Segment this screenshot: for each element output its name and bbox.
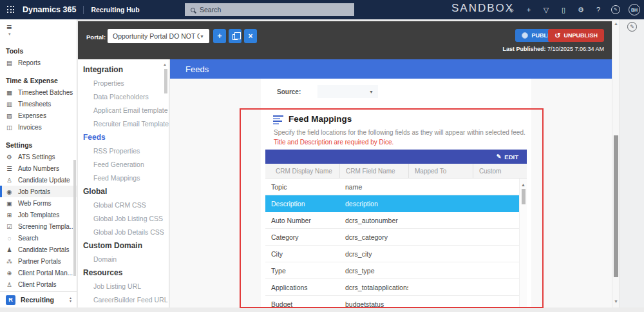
form-icon: ▣: [6, 200, 13, 207]
portal-nav-item-properties[interactable]: Properties: [78, 77, 169, 90]
add-portal-button[interactable]: +: [213, 29, 226, 43]
device-icon[interactable]: ▯: [559, 6, 568, 14]
sidebar-item-search[interactable]: ◌Search: [0, 232, 77, 244]
copy-portal-button[interactable]: [229, 29, 242, 43]
sidebar-item-candidate-update[interactable]: ♙Candidate Update: [0, 174, 77, 186]
portal-nav-item-recruiter-email-template[interactable]: Recruiter Email Template: [78, 117, 169, 131]
portal-nav-item-global-job-details-css[interactable]: Global Job Details CSS: [78, 226, 169, 239]
sidebar-item-job-templates[interactable]: ⊞Job Templates: [0, 209, 77, 220]
search-input[interactable]: Search: [185, 3, 354, 16]
help-icon[interactable]: ?: [594, 6, 603, 14]
portal-nav-item-feed-mappings[interactable]: Feed Mappings: [78, 171, 169, 185]
table-scroll-thumb[interactable]: [522, 189, 526, 204]
source-label: Source:: [277, 88, 301, 95]
cell-crm-field-name: budgetstatus: [339, 300, 408, 308]
portal-nav-item-feed-generation[interactable]: Feed Generation: [78, 158, 169, 171]
sidebar-item-timesheets[interactable]: ▥Timesheets: [0, 98, 77, 110]
cell-crm-display-name: Auto Number: [265, 217, 339, 224]
main-scroll-down-icon[interactable]: ▼: [612, 299, 620, 304]
person-icon: ♙: [6, 281, 13, 288]
portal-nav-item-global-crm-css[interactable]: Global CRM CSS: [78, 199, 169, 212]
main-scrollbar[interactable]: ▲ ▼: [612, 19, 620, 307]
portal-nav-item-global-job-listing-css[interactable]: Global Job Listing CSS: [78, 212, 169, 226]
person-icon: ♙: [6, 177, 13, 184]
portal-nav-section-feeds[interactable]: Feeds: [78, 131, 169, 144]
globe-icon: [522, 32, 528, 39]
cell-crm-field-name: dcrs_category: [339, 233, 408, 241]
gear-icon: ⚙: [6, 153, 13, 161]
sidebar-item-timesheet-batches[interactable]: ▦Timesheet Batches: [0, 86, 77, 98]
sidebar-section-title: Tools: [0, 45, 77, 57]
sidebar-item-invoices[interactable]: ◫Invoices: [0, 121, 77, 133]
table-row[interactable]: Applicationsdcrs_totalapplications: [265, 279, 527, 296]
sidebar-item-label: Job Templates: [18, 211, 59, 219]
unpublish-button[interactable]: ↺ UNPUBLISH: [548, 29, 604, 42]
sidebar-item-reports[interactable]: ▤Reports: [0, 57, 77, 68]
table-row[interactable]: Budgetbudgetstatus: [265, 296, 527, 307]
table-scrollbar[interactable]: ▲: [519, 179, 527, 307]
filter-icon[interactable]: ▽: [542, 6, 551, 14]
chevron-down-icon: ▼: [369, 90, 374, 94]
table-row[interactable]: Citydcrs_city: [265, 246, 527, 262]
table-row[interactable]: Categorydcrs_category: [265, 229, 527, 246]
feedback-icon[interactable]: ✎: [611, 5, 620, 14]
source-select[interactable]: ▼: [317, 85, 378, 98]
cell-crm-display-name: Category: [265, 233, 339, 241]
gear-icon[interactable]: ⚙: [576, 6, 585, 14]
portal-nav-item-rss-properties[interactable]: RSS Properties: [78, 144, 169, 158]
portal-nav-item-domain[interactable]: Domain: [78, 253, 169, 266]
portal-nav-section-custom-domain[interactable]: Custom Domain: [78, 239, 169, 253]
subnav-scroll-up-icon[interactable]: ▲: [163, 63, 167, 66]
table-scroll-up-icon[interactable]: ▲: [521, 182, 526, 187]
subnav-scrollbar[interactable]: [164, 69, 167, 93]
sidebar-item-web-forms[interactable]: ▣Web Forms: [0, 197, 77, 209]
brand-title[interactable]: Dynamics 365: [23, 5, 76, 14]
delete-portal-button[interactable]: ×: [244, 29, 257, 43]
sidebar-item-label: ATS Settings: [18, 153, 55, 161]
last-published-label: Last Published:: [502, 46, 545, 52]
lightbulb-icon[interactable]: ☼: [507, 6, 516, 14]
app-launcher-icon[interactable]: [7, 6, 15, 14]
sidebar-item-ats-settings[interactable]: ⚙ATS Settings: [0, 151, 77, 162]
portal-nav-item-applicant-email-template[interactable]: Applicant Email template: [78, 104, 169, 117]
table-row[interactable]: Descriptiondescription: [265, 195, 527, 212]
table-row[interactable]: Typedcrs_type: [265, 262, 527, 279]
sidebar-item-client-portal-man[interactable]: ⊕Client Portal Man...: [0, 267, 77, 278]
recent-chevron-icon[interactable]: ▾: [8, 32, 11, 37]
edit-button[interactable]: ✎ EDIT: [497, 153, 527, 161]
portal-nav-item-job-listing-url[interactable]: Job Listing URL: [78, 280, 169, 293]
portal-nav-section-resources[interactable]: Resources: [78, 266, 169, 280]
table-row[interactable]: Auto Numberdcrs_autonumber: [265, 212, 527, 229]
column-header: CRM Field Name: [339, 164, 408, 178]
main-scroll-thumb[interactable]: [614, 135, 618, 277]
portal-select[interactable]: Opportunity Portal DO NOT Change ▼: [108, 29, 209, 43]
sidebar-item-partner-portals[interactable]: ⁂Partner Portals: [0, 255, 77, 267]
portal-nav-item-data-placeholders[interactable]: Data Placeholders: [78, 90, 169, 104]
portal-nav-item-careerbuilder-feed-url[interactable]: CareerBuilder Feed URL: [78, 293, 169, 307]
sidebar-scrollbar[interactable]: [73, 160, 76, 276]
sidebar-item-candidate-portals[interactable]: ♟Candidate Portals: [0, 244, 77, 255]
area-switcher-chevrons-icon[interactable]: ▴▾: [70, 297, 71, 303]
add-icon[interactable]: +: [524, 6, 533, 14]
sidebar-section-title: Settings: [0, 139, 77, 151]
sidebar-item-client-portals[interactable]: ♙Client Portals: [0, 278, 77, 290]
portal-nav-section-global[interactable]: Global: [78, 185, 169, 199]
sidebar-item-job-portals[interactable]: ◉Job Portals: [0, 186, 77, 197]
main-scroll-up-icon[interactable]: ▲: [612, 21, 620, 26]
sidebar-item-expenses[interactable]: ▨Expenses: [0, 110, 77, 121]
edit-page-icon[interactable]: ✎: [627, 22, 637, 32]
hamburger-menu-icon[interactable]: ≡: [6, 22, 12, 32]
globe-icon: ◉: [6, 188, 13, 195]
people-icon: ♟: [6, 246, 13, 253]
grid-toolbar: ✎ EDIT: [265, 150, 527, 164]
sidebar-item-auto-numbers[interactable]: ☰Auto Numbers: [0, 162, 77, 174]
sidebar-item-screening-templa[interactable]: ☑Screening Templa...: [0, 220, 77, 232]
app-window: Dynamics 365 Recruiting Hub Search SANDB…: [0, 0, 644, 312]
timesheet-batches-icon: ▦: [6, 89, 13, 96]
user-avatar[interactable]: BH: [629, 4, 640, 15]
area-switcher[interactable]: R Recruiting ▴▾: [0, 291, 77, 307]
sidebar-item-label: Invoices: [18, 124, 42, 131]
app-name[interactable]: Recruiting Hub: [91, 6, 139, 14]
table-row[interactable]: Topicname: [265, 179, 527, 195]
portal-nav-section-integration[interactable]: Integration: [78, 63, 169, 77]
